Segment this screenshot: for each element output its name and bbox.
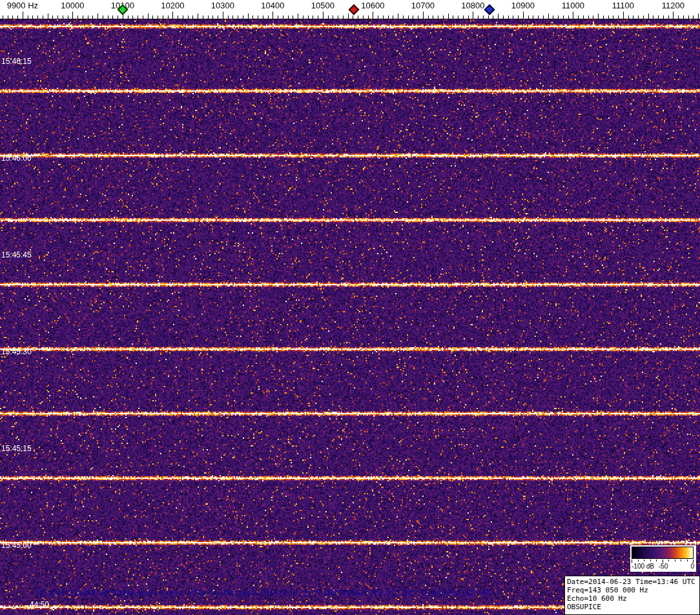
time-label: 15:45:15 [1,444,32,453]
legend-label-min: -100 dB [632,563,654,570]
time-label: 15:45:30 [1,347,32,356]
color-scale-gradient [632,547,694,559]
freq-tick-label: 10400 [261,1,284,10]
freq-tick-label: 10500 [311,1,335,10]
freq-tick-label: 10200 [161,1,184,10]
time-label: 15:46:00 [1,154,32,163]
freq-tick-label: 11100 [612,1,634,10]
time-label: 15:46:15 [1,57,32,66]
info-line-station: OBSUPICE [567,603,697,611]
freq-tick-label: 10700 [411,1,435,10]
freq-tick-label: 10300 [211,1,234,10]
freq-tick-label: 10600 [361,1,384,10]
freq-tick-label: 11000 [562,1,584,10]
spectrogram-waterfall[interactable] [0,19,700,615]
info-line-echo: Echo=10 600 Hz [567,594,697,603]
legend-label-mid: -50 [659,563,668,570]
color-scale-legend: -100 dB -50 0 [630,545,696,572]
time-label: 15:45:45 [1,250,32,259]
time-label: 15:45:00 [1,541,32,550]
legend-label-max: 0 [690,563,694,570]
time-label: 44:50 [30,600,49,609]
frequency-ruler[interactable]: 9900 Hz100001010010200103001040010500106… [0,0,700,19]
freq-tick-label: 10800 [461,1,484,10]
freq-tick-label: 10900 [511,1,535,10]
color-scale-labels: -100 dB -50 0 [632,563,695,570]
info-line-date: Date=2014-06-23 Time=13:46 UTC [567,578,697,586]
freq-tick-label: 11200 [662,1,685,10]
freq-tick-label: 10000 [61,1,84,10]
detection-annotation: 20140623134450716 hCnt44 nb-85 f10622 hi… [35,589,493,598]
freq-tick-label: 9900 Hz [7,1,38,10]
info-line-freq: Freq=143 050 000 Hz [567,586,697,594]
info-panel: Date=2014-06-23 Time=13:46 UTC Freq=143 … [564,576,700,615]
meteor-spectrogram-app: 9900 Hz100001010010200103001040010500106… [0,0,700,615]
